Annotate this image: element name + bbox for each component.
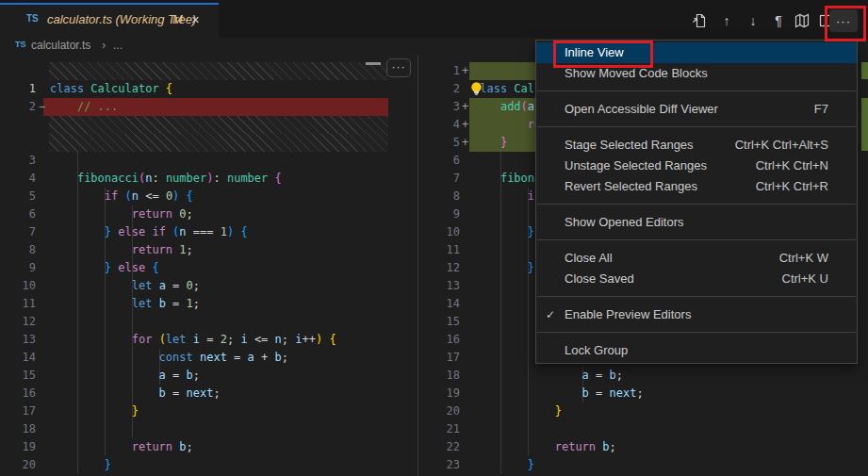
breadcrumb[interactable]: TS calculator.ts › ...	[0, 38, 434, 55]
line-number: 20	[418, 402, 460, 420]
menu-item-show-moved-code-blocks[interactable]: Show Moved Code Blocks	[536, 63, 857, 84]
line-number: 9	[418, 205, 460, 223]
line-number: 2	[418, 80, 460, 98]
menu-item-lock-group[interactable]: Lock Group	[536, 340, 857, 361]
code-row[interactable]: 1class Calculator {	[0, 80, 389, 98]
line-number: 16	[0, 385, 36, 402]
code-row[interactable]: 11 let b = 1;	[0, 295, 389, 313]
line-number: 18	[418, 367, 460, 385]
code-text: }	[473, 134, 507, 152]
code-row[interactable]: 23 }	[418, 456, 868, 474]
code-row[interactable]: 22 return b;	[418, 438, 868, 456]
menu-item-unstage-selected-ranges[interactable]: Unstage Selected RangesCtrl+K Ctrl+N	[536, 156, 857, 176]
menu-item-shortcut: Ctrl+K Ctrl+N	[756, 156, 828, 176]
code-text: b = next;	[473, 385, 644, 402]
quick-fix-lightbulb-icon[interactable]	[469, 81, 483, 100]
code-row[interactable]: 19 return b;	[0, 438, 389, 456]
code-row[interactable]: 12	[0, 313, 389, 331]
menu-separator	[537, 204, 856, 205]
menu-item-stage-selected-ranges[interactable]: Stage Selected RangesCtrl+K Ctrl+Alt+S	[536, 135, 857, 156]
menu-item-enable-preview-editors[interactable]: ✓Enable Preview Editors	[536, 304, 857, 325]
line-number: 15	[0, 367, 36, 385]
code-row[interactable]: 3	[0, 152, 389, 170]
code-row[interactable]: 6 return 0;	[0, 205, 389, 223]
code-text: const next = a + b;	[50, 349, 288, 367]
menu-item-open-accessible-diff-viewer[interactable]: Open Accessible Diff ViewerF7	[536, 99, 857, 120]
more-actions-icon[interactable]: ···	[829, 9, 858, 32]
menu-item-close-saved[interactable]: Close SavedCtrl+K U	[536, 269, 857, 289]
code-row[interactable]: 19 b = next;	[418, 385, 868, 402]
code-text: return 1;	[50, 241, 193, 259]
line-number: 1	[418, 62, 460, 80]
line-number: 12	[418, 259, 460, 277]
code-row[interactable]: 20 }	[418, 402, 868, 420]
line-number: 12	[0, 313, 36, 331]
code-row[interactable]: 13 for (let i = 2; i <= n; i++) {	[0, 331, 389, 349]
line-number: 6	[418, 152, 460, 170]
code-row[interactable]: 4 fibonacci(n: number): number {	[0, 170, 389, 188]
code-row[interactable]: 8 return 1;	[0, 241, 389, 259]
code-text: }	[473, 402, 562, 420]
hunk-more-actions-icon[interactable]: ···	[386, 58, 411, 77]
code-row[interactable]: 10 let a = 0;	[0, 277, 389, 295]
checkmark-icon: ✓	[546, 304, 555, 325]
code-row[interactable]: 14 const next = a + b;	[0, 349, 389, 367]
code-text: for (let i = 2; i <= n; i++) {	[50, 331, 336, 349]
git-modified-badge: M	[172, 12, 183, 26]
code-row[interactable]: 18 a = b;	[418, 367, 868, 385]
code-row[interactable]: 21	[418, 420, 868, 438]
line-number: 20	[0, 456, 36, 474]
line-number: 7	[418, 170, 460, 188]
whitespace-icon[interactable]: ¶	[768, 10, 789, 31]
line-number: 10	[418, 223, 460, 241]
code-row[interactable]: 18	[0, 420, 389, 438]
code-row[interactable]: 16 b = next;	[0, 385, 389, 402]
line-number: 3	[0, 152, 36, 170]
menu-item-inline-view[interactable]: Inline View	[536, 42, 857, 63]
added-line-sign: +	[462, 134, 468, 152]
line-number: 4	[418, 116, 460, 134]
tab-calculator-working-tree[interactable]: TS calculator.ts (Working Tree) M ×	[0, 3, 219, 38]
code-text: let a = 0;	[50, 277, 200, 295]
line-number: 14	[418, 295, 460, 313]
line-number: 8	[0, 241, 36, 259]
menu-item-label: Show Opened Editors	[565, 215, 683, 229]
menu-item-label: Revert Selected Ranges	[565, 179, 697, 193]
menu-item-label: Stage Selected Ranges	[565, 138, 694, 152]
line-number: 1	[0, 80, 36, 98]
go-to-file-icon[interactable]	[689, 10, 710, 31]
breadcrumb-symbol[interactable]: ...	[113, 39, 123, 52]
menu-item-label: Show Moved Code Blocks	[565, 66, 708, 80]
line-number: 8	[418, 188, 460, 205]
menu-separator	[537, 126, 856, 127]
next-change-icon[interactable]: ↓	[743, 10, 763, 31]
menu-item-label: Lock Group	[565, 343, 628, 357]
code-row[interactable]: 20 }	[0, 456, 389, 474]
map-icon[interactable]	[792, 10, 812, 31]
menu-item-revert-selected-ranges[interactable]: Revert Selected RangesCtrl+K Ctrl+R	[536, 176, 857, 197]
menu-item-show-opened-editors[interactable]: Show Opened Editors	[536, 212, 857, 233]
code-text: return 0;	[50, 205, 193, 223]
line-number: 9	[0, 259, 36, 277]
diff-filler-row	[0, 134, 389, 152]
code-row[interactable]: 2− // ...	[0, 98, 389, 116]
code-text: // ...	[50, 98, 118, 116]
code-row[interactable]: 7 } else if (n === 1) {	[0, 223, 389, 241]
breadcrumb-file[interactable]: calculator.ts	[31, 39, 90, 52]
deleted-region-marker	[366, 62, 381, 65]
close-tab-icon[interactable]: ×	[191, 11, 200, 27]
diff-filler-hatch	[49, 116, 388, 134]
menu-item-close-all[interactable]: Close AllCtrl+K W	[536, 248, 857, 269]
line-number: 13	[0, 331, 36, 349]
code-row[interactable]: 9 } else {	[0, 259, 389, 277]
menu-item-shortcut: Ctrl+K Ctrl+R	[756, 176, 828, 197]
code-row[interactable]: 17 }	[0, 402, 389, 420]
code-row[interactable]: 5 if (n <= 0) {	[0, 188, 389, 205]
code-row[interactable]: 15 a = b;	[0, 367, 389, 385]
diff-original-pane[interactable]: 1class Calculator {2− // ...34 fibonacci…	[0, 55, 389, 476]
line-number: 5	[418, 134, 460, 152]
line-number: 3	[418, 98, 460, 116]
previous-change-icon[interactable]: ↑	[716, 10, 737, 31]
menu-item-label: Close All	[565, 251, 613, 265]
menu-item-label: Inline View	[565, 45, 624, 59]
